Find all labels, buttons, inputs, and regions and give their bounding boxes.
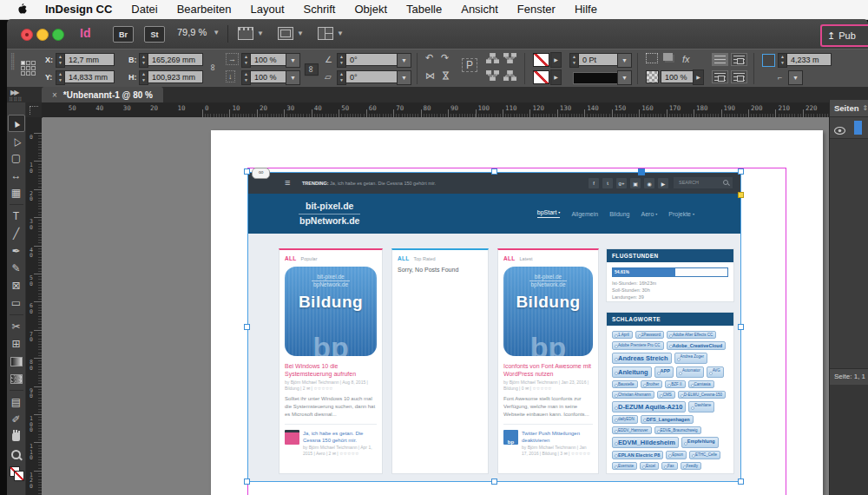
screen-mode-button[interactable]: ▼ xyxy=(278,27,304,40)
stroke-weight-field[interactable]: 0 Pt xyxy=(578,53,618,66)
tag-link[interactable]: Excel xyxy=(640,462,659,470)
handle-top-left[interactable] xyxy=(244,168,250,175)
select-next-object-icon[interactable] xyxy=(503,70,516,81)
minimize-window-button[interactable] xyxy=(36,29,49,41)
menu-objekt[interactable]: Objekt xyxy=(345,0,397,19)
stroke-type-preview[interactable] xyxy=(573,72,620,84)
tag-link[interactable]: EDVE_Braunschweig xyxy=(654,426,701,434)
tag-link[interactable]: Brother xyxy=(641,380,663,388)
direct-selection-tool[interactable]: △ xyxy=(8,132,25,149)
tag-link[interactable]: 1Password xyxy=(635,331,664,339)
placed-image-frame[interactable]: ≡ TRENDING: Ja, ich habe es getan. Die C… xyxy=(247,172,741,482)
handle-bottom-middle[interactable] xyxy=(491,478,497,485)
document-tab[interactable]: × *Unbenannt-1 @ 80 % xyxy=(42,87,163,102)
tag-link[interactable]: dailyEDN xyxy=(612,415,638,424)
tag-link[interactable]: Feedly xyxy=(681,462,702,470)
rss-icon[interactable]: ◉ xyxy=(644,178,654,188)
tag-link[interactable]: Epson xyxy=(666,451,687,459)
select-content-badge[interactable]: P xyxy=(462,58,477,72)
select-container-icon[interactable] xyxy=(486,53,499,63)
tag-link[interactable]: Andreas Streich xyxy=(612,353,672,364)
y-field[interactable]: 14,833 mm xyxy=(64,70,115,83)
tag-link[interactable]: Fax xyxy=(661,462,678,470)
horizontal-ruler[interactable]: 5040302010010203040506070809010011012013… xyxy=(42,102,829,117)
menu-tabelle[interactable]: Tabelle xyxy=(397,0,451,19)
expand-panels-icon[interactable]: ▶▶ xyxy=(10,89,17,96)
nav-item-projekte[interactable]: Projekte▾ xyxy=(668,211,694,217)
tag-link[interactable]: CMS xyxy=(657,391,675,399)
tag-link[interactable]: BZF II xyxy=(665,380,685,388)
menu-layout[interactable]: Layout xyxy=(241,0,294,19)
flip-vertical-icon[interactable]: ⋈ xyxy=(441,71,451,81)
selection-tool[interactable]: ▲ xyxy=(8,115,25,132)
tag-link[interactable]: Andrea Zoger xyxy=(674,353,708,364)
facebook-icon[interactable]: f xyxy=(589,178,599,188)
tag-link[interactable]: D-ELWU_Cessna-150 xyxy=(678,391,726,399)
wrap-object-shape-button[interactable] xyxy=(712,70,728,83)
handle-middle-left[interactable] xyxy=(244,324,250,330)
gallery-icon[interactable]: ▣ xyxy=(630,178,641,188)
tag-link[interactable]: Evernote xyxy=(612,462,637,470)
stroke-type-dropdown[interactable]: ▼ xyxy=(617,70,632,85)
corner-radius-field[interactable]: 4,233 m xyxy=(786,53,832,66)
menu-indesign-cc[interactable]: InDesign CC xyxy=(36,0,122,19)
free-transform-tool[interactable]: ⊞ xyxy=(8,335,25,353)
x-field[interactable]: 12,7 mm xyxy=(64,53,115,66)
constrain-dimensions-icon[interactable]: ∞ xyxy=(208,64,219,71)
tag-link[interactable]: Adobe Premiere Pro CC xyxy=(612,341,664,350)
menu-datei[interactable]: Datei xyxy=(122,0,167,19)
close-tab-icon[interactable]: × xyxy=(52,90,57,100)
stroke-weight-dropdown[interactable]: ▼ xyxy=(617,53,632,68)
nav-item-aero[interactable]: Aero▾ xyxy=(641,211,657,217)
arrange-documents-button[interactable]: ▼ xyxy=(318,27,344,40)
youtube-icon[interactable]: ▶ xyxy=(658,178,668,188)
content-collector-tool[interactable]: ▦ xyxy=(8,184,25,201)
handle-bottom-right[interactable] xyxy=(738,478,744,485)
tag-link[interactable]: AVG xyxy=(707,366,724,378)
handle-top-right[interactable] xyxy=(738,168,744,175)
tag-link[interactable]: EDDV_Hannover xyxy=(612,426,652,434)
window-titlebar[interactable]: Id Br St 79,9 % ▼ ▼ ▼ ▼ ↥ Pub xyxy=(7,19,868,50)
wrap-bounding-box-button[interactable] xyxy=(731,53,747,66)
close-window-button[interactable] xyxy=(21,29,33,41)
pen-tool[interactable]: ✒ xyxy=(8,242,25,260)
hand-tool[interactable] xyxy=(8,428,25,446)
zoom-level-dropdown[interactable]: 79,9 % ▼ xyxy=(177,27,220,37)
apple-menu-icon[interactable] xyxy=(16,3,27,16)
live-corner-handle[interactable] xyxy=(738,192,744,198)
nav-item-allgemein[interactable]: Allgemein xyxy=(571,211,598,217)
eye-icon[interactable] xyxy=(834,122,845,138)
menu-fenster[interactable]: Fenster xyxy=(508,0,565,19)
scale-x-field[interactable]: 100 % xyxy=(250,53,286,66)
wrap-none-button[interactable] xyxy=(712,53,728,66)
tag-link[interactable]: ETHC_Celle xyxy=(689,451,720,459)
stroke-dropdown[interactable]: ▶ xyxy=(550,69,562,85)
handle-top-middle[interactable] xyxy=(491,168,497,175)
corner-options-icon[interactable] xyxy=(646,53,658,63)
width-field[interactable]: 165,269 mm xyxy=(148,53,203,66)
nav-item-bpstart[interactable]: bpStart▾ xyxy=(537,209,561,218)
reference-point-proxy[interactable] xyxy=(21,61,36,76)
view-options-button[interactable]: ▼ xyxy=(238,27,264,40)
tag-link[interactable]: Adobe After Effects CC xyxy=(667,331,716,339)
menu-bearbeiten[interactable]: Bearbeiten xyxy=(168,0,241,19)
opacity-dropdown[interactable]: ▶ xyxy=(693,69,704,85)
linked-image-badge[interactable]: ∞ xyxy=(252,168,270,179)
tag-link[interactable]: DFS_Langenhagen xyxy=(641,415,694,424)
scale-y-dropdown[interactable]: ▼ xyxy=(286,70,300,85)
handle-content-top[interactable] xyxy=(638,168,645,175)
frame-fitting-icon[interactable] xyxy=(762,54,775,67)
master-page-row[interactable] xyxy=(830,117,868,139)
handle-middle-right[interactable] xyxy=(738,324,744,330)
shear-field[interactable]: 0° xyxy=(345,70,398,83)
height-field[interactable]: 100,923 mm xyxy=(148,70,203,83)
page-tool[interactable]: ▢ xyxy=(8,149,25,167)
handle-bottom-left[interactable] xyxy=(244,478,250,485)
tag-link[interactable]: 1.April xyxy=(612,331,633,339)
page-thumbnail[interactable] xyxy=(854,121,862,135)
tag-link[interactable]: APP xyxy=(654,366,674,378)
type-tool[interactable]: T xyxy=(8,208,25,225)
menu-schrift[interactable]: Schrift xyxy=(294,0,345,19)
ruler-origin-box[interactable] xyxy=(26,102,43,118)
googleplus-icon[interactable]: g+ xyxy=(616,178,627,188)
